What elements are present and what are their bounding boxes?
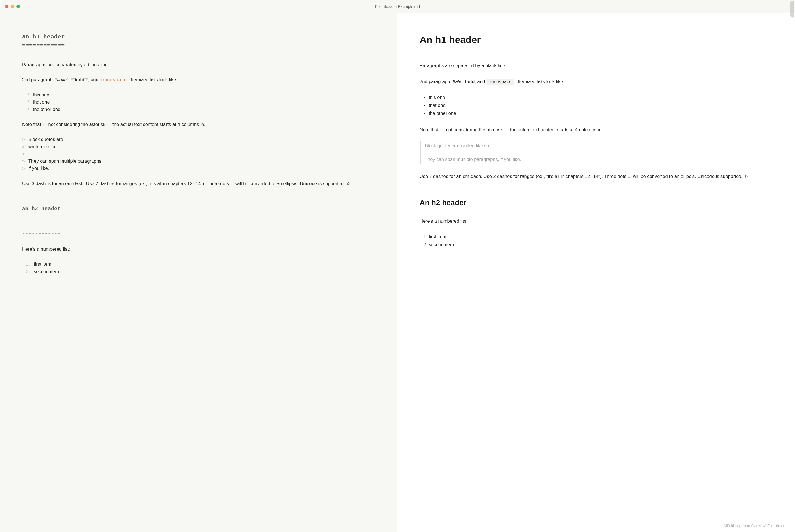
rendered-paragraph-2: 2nd paragraph. Italic, bold, and monospa… <box>420 78 773 86</box>
italic-text: Italic <box>57 77 67 82</box>
source-h1-text: An h1 header <box>22 32 375 41</box>
quote-marker-icon: > <box>22 158 25 165</box>
list-item: *the other one <box>22 106 375 113</box>
quote-text: written like so. <box>28 143 58 151</box>
rendered-unordered-list: this one that one the other one <box>420 93 773 117</box>
list-item: this one <box>429 93 773 101</box>
code-text: monospace <box>102 77 127 82</box>
source-paragraph-2: 2nd paragraph. *Italic*, **bold**, and `… <box>22 76 375 83</box>
list-item: *this one <box>22 91 375 99</box>
source-h1-underline: ============ <box>22 41 375 49</box>
source-unordered-list: *this one *that one *the other one <box>22 91 375 113</box>
quote-marker-icon: > <box>22 150 25 158</box>
list-item: *that one <box>22 98 375 106</box>
quote-line: >if you like. <box>22 165 375 172</box>
text: . Itemized lists look like: <box>128 77 177 82</box>
rendered-dashes-paragraph: Use 3 dashes for an em-dash. Use 2 dashe… <box>420 173 773 180</box>
source-h2-underline: ------------ <box>22 230 375 238</box>
code-chip: monospace <box>486 79 514 85</box>
quote-text: if you like. <box>28 165 49 172</box>
list-item: that one <box>429 101 773 109</box>
italic-text: Italic <box>453 79 463 84</box>
list-number: 1. <box>25 261 31 268</box>
bold-text: bold <box>74 77 85 82</box>
list-item-text: the other one <box>33 106 60 113</box>
quote-marker-icon: > <box>22 143 25 151</box>
quote-line: > <box>22 150 375 158</box>
window-controls <box>5 5 20 8</box>
close-window-button[interactable] <box>5 5 8 8</box>
title-bar: FileInfo.com Example.md <box>0 0 795 13</box>
bold-text: bold <box>465 79 475 84</box>
list-item-text: that one <box>33 98 50 106</box>
text: , and <box>474 79 486 84</box>
source-ordered-list: 1.first item 2.second item <box>22 261 375 275</box>
list-item: second item <box>429 241 773 248</box>
maximize-window-button[interactable] <box>16 5 20 8</box>
text: 2nd paragraph. <box>22 77 55 82</box>
text: 2nd paragraph. <box>420 79 453 84</box>
quote-text: They can span multiple paragraphs, <box>28 158 103 165</box>
minimize-window-button[interactable] <box>11 5 14 8</box>
source-numbered-intro: Here's a numbered list: <box>22 246 375 253</box>
bold-marker-close: ** <box>85 77 88 82</box>
asterisk-icon: * <box>27 98 30 106</box>
list-item: the other one <box>429 109 773 117</box>
split-panes: An h1 header ============ Paragraphs are… <box>0 13 795 532</box>
markdown-preview-pane[interactable]: An h1 header Paragraphs are separated by… <box>397 13 795 532</box>
rendered-blockquote: Block quotes are written like so. They c… <box>420 141 773 164</box>
text: . Itemized lists look like: <box>514 79 564 84</box>
bold-marker-open: ** <box>71 77 74 82</box>
source-blockquote: >Block quotes are >written like so. > >T… <box>22 136 375 172</box>
list-item-text: second item <box>34 268 59 276</box>
asterisk-icon: * <box>27 106 30 113</box>
markdown-source-pane[interactable]: An h1 header ============ Paragraphs are… <box>0 13 397 532</box>
source-h2-text: An h2 header <box>22 205 375 212</box>
list-item: first item <box>429 233 773 241</box>
rendered-ordered-list: first item second item <box>420 233 773 248</box>
rendered-paragraph-1: Paragraphs are separated by a blank line… <box>420 62 773 69</box>
vertical-scrollbar[interactable] <box>791 1 794 18</box>
quote-marker-icon: > <box>22 165 25 172</box>
watermark-text: .MD file open in Caret. © FileInfo.com <box>722 524 789 528</box>
quote-marker-icon: > <box>22 136 25 143</box>
window-title: FileInfo.com Example.md <box>375 4 420 9</box>
list-item-text: this one <box>33 91 49 99</box>
quote-paragraph: They can span multiple paragraphs, if yo… <box>425 156 773 163</box>
list-number: 2. <box>25 268 31 276</box>
app-window: FileInfo.com Example.md An h1 header ===… <box>0 0 795 532</box>
source-dashes-paragraph: Use 3 dashes for an em-dash. Use 2 dashe… <box>22 180 375 187</box>
quote-line: >They can span multiple paragraphs, <box>22 158 375 165</box>
rendered-h2: An h2 header <box>420 197 773 208</box>
quote-line: >Block quotes are <box>22 136 375 143</box>
list-item: 2.second item <box>22 268 375 276</box>
quote-line: >written like so. <box>22 143 375 151</box>
quote-paragraph: Block quotes are written like so. <box>425 142 773 149</box>
text: , and <box>88 77 100 82</box>
rendered-numbered-intro: Here's a numbered list: <box>420 217 773 225</box>
list-item-text: first item <box>34 261 51 268</box>
rendered-h1: An h1 header <box>420 32 773 47</box>
source-paragraph-1: Paragraphs are separated by a blank line… <box>22 61 375 68</box>
quote-text: Block quotes are <box>28 136 63 143</box>
rendered-note-paragraph: Note that --- not considering the asteri… <box>420 126 773 134</box>
asterisk-icon: * <box>27 91 30 99</box>
source-note-paragraph: Note that --- not considering the asteri… <box>22 121 375 128</box>
text: , <box>462 79 465 84</box>
list-item: 1.first item <box>22 261 375 268</box>
